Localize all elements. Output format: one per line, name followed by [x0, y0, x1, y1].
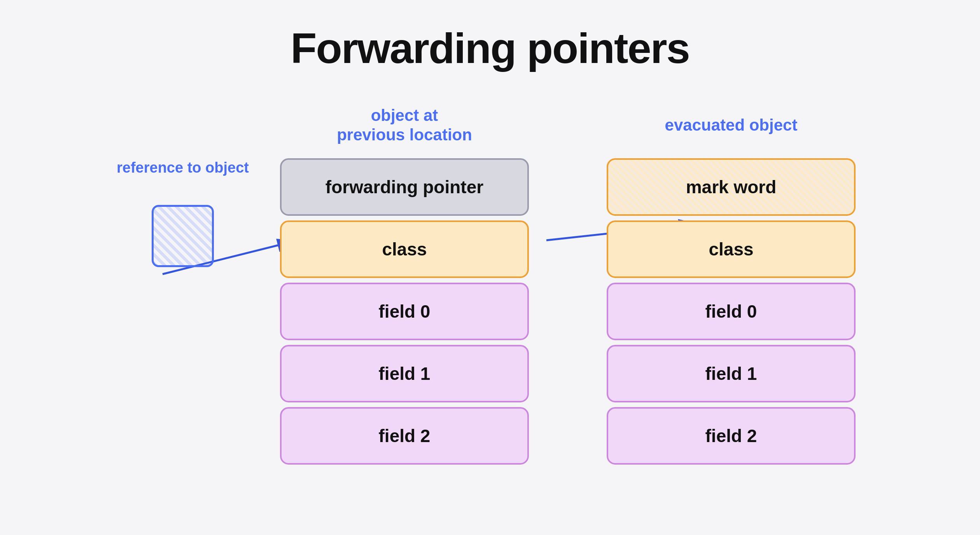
evac-markword-box: mark word: [607, 158, 856, 216]
evac-field2-box: field 2: [607, 407, 856, 465]
prev-label: object at previous location: [337, 104, 472, 147]
evac-field0-box: field 0: [607, 283, 856, 340]
evac-class-box: class: [607, 220, 856, 278]
page-title: Forwarding pointers: [0, 0, 980, 73]
forwarding-pointer-box: forwarding pointer: [280, 158, 529, 216]
prev-class-box: class: [280, 220, 529, 278]
evac-label: evacuated object: [665, 104, 798, 147]
evac-field1-box: field 1: [607, 345, 856, 402]
prev-field1-box: field 1: [280, 345, 529, 402]
prev-field2-box: field 2: [280, 407, 529, 465]
prev-field0-box: field 0: [280, 283, 529, 340]
ref-label: reference to object: [117, 147, 249, 189]
reference-box: [152, 205, 214, 267]
